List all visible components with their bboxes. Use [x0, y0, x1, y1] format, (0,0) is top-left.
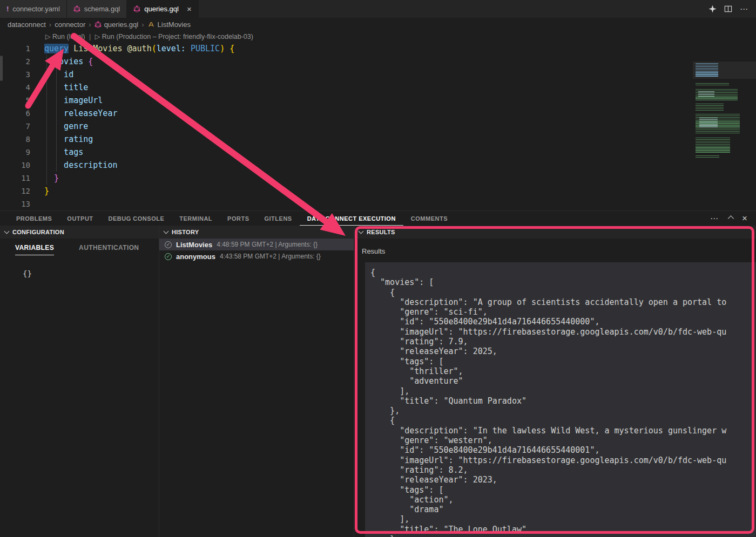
line-number: 2 — [0, 55, 30, 68]
tab-queries-gql[interactable]: queries.gql × — [127, 0, 198, 18]
copilot-sparkle-icon[interactable] — [708, 5, 717, 13]
code-editor[interactable]: ▷ Run (local) | ▷ Run (Production – Proj… — [0, 31, 756, 210]
tab-bar-actions: ⋯ — [708, 0, 756, 18]
code-line[interactable]: 6 releaseYear — [0, 107, 686, 120]
panel-tab-debug-console[interactable]: DEBUG CONSOLE — [101, 211, 172, 226]
graphql-icon — [94, 21, 102, 28]
panel-tab-bar: PROBLEMS OUTPUT DEBUG CONSOLE TERMINAL P… — [0, 211, 756, 226]
line-number: 12 — [0, 185, 30, 198]
tab-label: schema.gql — [84, 5, 120, 13]
results-label: Results — [362, 247, 756, 255]
panel-tab-output[interactable]: OUTPUT — [59, 211, 100, 226]
chevron-down-icon — [4, 229, 10, 234]
breadcrumb-separator: › — [89, 21, 91, 29]
variables-value[interactable]: {} — [23, 269, 159, 278]
chevron-down-icon — [359, 229, 364, 234]
line-content: id — [44, 68, 73, 81]
line-number: 4 — [0, 81, 30, 94]
variables-tab[interactable]: VARIABLES — [15, 244, 54, 255]
panel-tab-data-connect-execution[interactable]: DATA CONNECT EXECUTION — [300, 211, 403, 226]
line-number: 8 — [0, 133, 30, 146]
history-item-listmovies[interactable]: ✓ ListMovies 4:48:59 PM GMT+2 | Argument… — [159, 239, 354, 250]
code-line[interactable]: 3 id — [0, 68, 686, 81]
vscode-window: ! connector.yaml schema.gql queries.gql … — [0, 0, 756, 537]
split-editor-icon[interactable] — [724, 5, 732, 13]
breadcrumb-queries-gql[interactable]: queries.gql — [94, 21, 139, 29]
close-panel-icon[interactable]: × — [742, 214, 747, 223]
panel-more-icon[interactable]: ⋯ — [710, 214, 718, 223]
line-number: 10 — [0, 159, 30, 172]
panel-tab-comments[interactable]: COMMENTS — [403, 211, 455, 226]
code-line[interactable]: 13 — [0, 198, 686, 210]
code-line[interactable]: 7 genre — [0, 120, 686, 133]
indent-guide — [56, 68, 57, 172]
line-number: 11 — [0, 172, 30, 185]
codelens: ▷ Run (local) | ▷ Run (Production – Proj… — [45, 32, 253, 40]
results-json-text: { "movies": [ { "description": "A group … — [365, 262, 756, 537]
code-line[interactable]: 12 } — [0, 185, 686, 198]
line-content: genre — [44, 120, 88, 133]
tab-connector-yaml[interactable]: ! connector.yaml — [0, 0, 67, 18]
breadcrumb-dataconnect[interactable]: dataconnect — [8, 21, 46, 29]
graphql-icon — [133, 5, 140, 12]
configuration-tabs: VARIABLES AUTHENTICATION — [0, 239, 159, 255]
maximize-panel-icon[interactable] — [728, 215, 734, 221]
code-line[interactable]: 10 description — [0, 159, 686, 172]
close-tab-icon[interactable]: × — [187, 5, 192, 13]
codelens-separator: | — [87, 33, 93, 40]
breadcrumb-connector[interactable]: connector — [55, 21, 85, 29]
authentication-tab[interactable]: AUTHENTICATION — [79, 244, 139, 255]
code-line[interactable]: 4 title — [0, 81, 686, 94]
breadcrumb-listmovies[interactable]: ListMovies — [147, 21, 191, 29]
line-number: 9 — [0, 146, 30, 159]
configuration-header[interactable]: CONFIGURATION — [0, 226, 159, 239]
code-line[interactable]: 5 imageUrl — [0, 94, 686, 107]
tab-label: queries.gql — [144, 5, 179, 13]
line-content: query ListMovies @auth(level: PUBLIC) { — [44, 42, 234, 55]
results-section: RESULTS Results { "movies": [ { "descrip… — [354, 226, 756, 537]
panel-tab-gitlens[interactable]: GITLENS — [257, 211, 300, 226]
line-content: movies { — [44, 55, 93, 68]
line-content: releaseYear — [44, 107, 117, 120]
breadcrumb: dataconnect › connector › queries.gql › … — [0, 18, 756, 31]
editor-tab-bar: ! connector.yaml schema.gql queries.gql … — [0, 0, 756, 18]
code-line[interactable]: 11 } — [0, 172, 686, 185]
run-production-link[interactable]: ▷ Run (Production – Project: friendly-fl… — [95, 33, 253, 40]
bottom-panel: PROBLEMS OUTPUT DEBUG CONSOLE TERMINAL P… — [0, 210, 756, 537]
history-item-anonymous[interactable]: ✓ anonymous 4:43:58 PM GMT+2 | Arguments… — [159, 250, 354, 262]
graphql-icon — [73, 5, 80, 12]
code-line[interactable]: 1 query ListMovies @auth(level: PUBLIC) … — [0, 42, 686, 55]
line-content: tags — [44, 146, 83, 159]
line-content: title — [44, 81, 88, 94]
line-number: 5 — [0, 94, 30, 107]
line-number: 3 — [0, 68, 30, 81]
line-number: 7 — [0, 120, 30, 133]
history-section: HISTORY ✓ ListMovies 4:48:59 PM GMT+2 | … — [159, 226, 354, 537]
panel-actions: ⋯ × — [710, 214, 756, 223]
chevron-down-icon — [164, 229, 169, 234]
code-lines: 1 query ListMovies @auth(level: PUBLIC) … — [0, 42, 686, 210]
panel-columns: CONFIGURATION VARIABLES AUTHENTICATION {… — [0, 226, 756, 537]
indent-guide — [46, 55, 47, 185]
tab-schema-gql[interactable]: schema.gql — [67, 0, 127, 18]
results-header[interactable]: RESULTS — [354, 226, 756, 239]
line-number: 1 — [0, 42, 30, 55]
code-line[interactable]: 8 rating — [0, 133, 686, 146]
line-content: rating — [44, 133, 93, 146]
panel-tab-ports[interactable]: PORTS — [220, 211, 256, 226]
line-number: 13 — [0, 198, 30, 210]
results-json-block[interactable]: { "movies": [ { "description": "A group … — [365, 262, 756, 537]
run-local-link[interactable]: ▷ Run (local) — [45, 33, 85, 40]
history-header[interactable]: HISTORY — [159, 226, 354, 239]
code-line[interactable]: 9 tags — [0, 146, 686, 159]
query-operation-icon — [147, 21, 155, 28]
panel-tab-problems[interactable]: PROBLEMS — [9, 211, 59, 226]
panel-tab-terminal[interactable]: TERMINAL — [172, 211, 220, 226]
more-actions-icon[interactable]: ⋯ — [740, 4, 748, 14]
configuration-section: CONFIGURATION VARIABLES AUTHENTICATION {… — [0, 226, 159, 537]
line-content: description — [44, 159, 117, 172]
check-circle-success-icon: ✓ — [165, 253, 172, 260]
minimap[interactable] — [693, 62, 756, 160]
code-line[interactable]: 2 movies { — [0, 55, 686, 68]
breadcrumb-separator: › — [141, 21, 144, 29]
